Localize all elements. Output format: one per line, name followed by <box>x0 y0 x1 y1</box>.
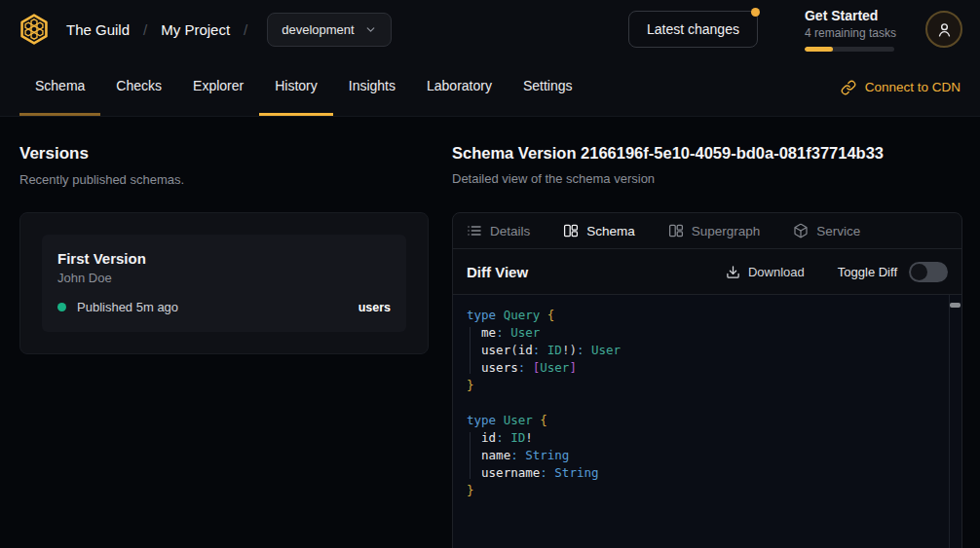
breadcrumb-org[interactable]: The Guild <box>66 21 130 38</box>
code-content: type Query { me: User user(id: ID!): Use… <box>467 307 936 499</box>
latest-changes-button[interactable]: Latest changes <box>628 11 758 48</box>
versions-title: Versions <box>19 144 429 164</box>
tab-service-label: Service <box>816 224 860 238</box>
page-content: Versions Recently published schemas. Fir… <box>0 117 980 548</box>
indent-guide <box>470 432 471 479</box>
list-icon <box>467 223 482 238</box>
get-started-subtitle: 4 remaining tasks <box>805 26 896 40</box>
version-status-text: Published 5m ago <box>77 300 178 314</box>
tab-service[interactable]: Service <box>793 223 860 238</box>
code-line: username: String <box>467 464 936 482</box>
nav-tab-settings[interactable]: Settings <box>508 58 588 116</box>
chevron-down-icon <box>364 23 377 36</box>
target-select-value: development <box>282 22 354 37</box>
version-detail-panel: Schema Version 2166196f-5e10-4059-bd0a-0… <box>452 144 962 548</box>
target-select[interactable]: development <box>267 13 391 47</box>
main-nav: Schema Checks Explorer History Insights … <box>0 58 980 117</box>
tab-details[interactable]: Details <box>467 223 530 238</box>
code-line <box>467 394 936 412</box>
tab-supergraph-label: Supergraph <box>692 224 761 238</box>
code-line: me: User <box>467 324 936 342</box>
tab-schema[interactable]: Schema <box>563 223 635 238</box>
breadcrumb-project[interactable]: My Project <box>161 21 230 38</box>
tab-schema-label: Schema <box>586 224 635 238</box>
progress-fill <box>805 47 833 52</box>
download-icon <box>726 265 740 279</box>
nav-tab-explorer[interactable]: Explorer <box>177 58 259 116</box>
diff-view-title: Diff View <box>467 264 528 280</box>
breadcrumb-separator: / <box>244 21 247 38</box>
columns-icon <box>668 223 684 238</box>
code-scrollbar-thumb[interactable] <box>950 303 961 308</box>
connect-to-cdn-link[interactable]: Connect to CDN <box>841 58 961 116</box>
download-label: Download <box>748 265 805 279</box>
app-header: The Guild / My Project / development Lat… <box>0 0 980 58</box>
nav-tab-history[interactable]: History <box>259 58 333 116</box>
code-line: } <box>467 377 936 394</box>
get-started-title: Get Started <box>805 8 896 23</box>
tab-supergraph[interactable]: Supergraph <box>668 223 761 238</box>
toggle-diff-label: Toggle Diff <box>838 265 897 279</box>
published-status-dot <box>57 303 66 311</box>
columns-icon <box>563 223 579 238</box>
latest-changes-label: Latest changes <box>647 21 739 37</box>
nav-tab-insights[interactable]: Insights <box>333 58 411 116</box>
code-line: type User { <box>467 412 936 429</box>
user-avatar-button[interactable] <box>925 11 962 48</box>
cube-icon <box>793 223 809 238</box>
indent-guide <box>470 327 471 374</box>
versions-subtitle: Recently published schemas. <box>19 172 429 187</box>
detail-card: Details Schema Supergraph <box>452 212 962 548</box>
nav-tab-laboratory[interactable]: Laboratory <box>411 58 508 116</box>
version-name: First Version <box>57 250 391 267</box>
download-button[interactable]: Download <box>720 264 810 280</box>
code-line: type Query { <box>467 307 936 324</box>
breadcrumb-separator: / <box>143 21 147 38</box>
nav-tab-schema[interactable]: Schema <box>19 58 100 116</box>
version-status-row: Published 5m ago users <box>57 300 391 314</box>
version-author: John Doe <box>57 271 391 285</box>
diff-view-header: Diff View Download Toggle Diff <box>453 249 961 294</box>
connect-to-cdn-label: Connect to CDN <box>865 80 961 94</box>
detail-subtitle: Detailed view of the schema version <box>452 171 962 186</box>
tab-details-label: Details <box>490 224 530 238</box>
user-icon <box>936 21 953 38</box>
service-name-badge: users <box>358 301 391 314</box>
get-started-progress-track <box>805 47 894 52</box>
notification-dot <box>751 8 760 17</box>
toggle-diff-switch[interactable] <box>909 262 948 282</box>
nav-tab-checks[interactable]: Checks <box>100 58 177 116</box>
versions-list: First Version John Doe Published 5m ago … <box>19 212 429 354</box>
code-line: id: ID! <box>467 429 936 447</box>
code-line: users: [User] <box>467 359 936 377</box>
versions-panel: Versions Recently published schemas. Fir… <box>19 144 429 548</box>
detail-title: Schema Version 2166196f-5e10-4059-bd0a-0… <box>452 144 962 163</box>
link-icon <box>841 80 856 95</box>
hive-logo-icon[interactable] <box>18 13 51 46</box>
code-line: name: String <box>467 447 936 464</box>
get-started-widget[interactable]: Get Started 4 remaining tasks <box>805 8 896 52</box>
code-line: user(id: ID!): User <box>467 342 936 359</box>
detail-tabbar: Details Schema Supergraph <box>453 213 961 249</box>
version-list-item[interactable]: First Version John Doe Published 5m ago … <box>42 235 406 332</box>
schema-code-viewer[interactable]: type Query { me: User user(id: ID!): Use… <box>453 294 961 548</box>
toggle-knob <box>911 264 927 280</box>
code-line: } <box>467 482 936 499</box>
code-scrollbar[interactable] <box>949 295 961 548</box>
